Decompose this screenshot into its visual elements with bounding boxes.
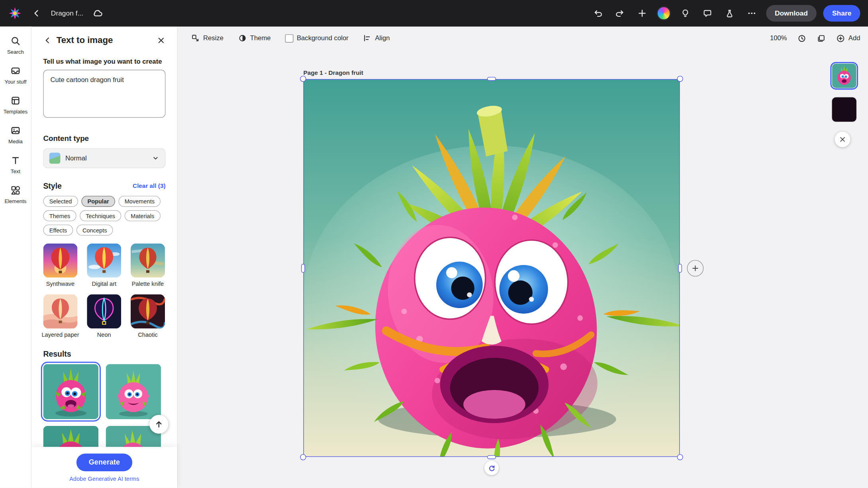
add-circle-icon bbox=[836, 33, 845, 43]
share-button[interactable]: Share bbox=[823, 5, 860, 22]
resize-tool[interactable]: Resize bbox=[191, 34, 223, 43]
top-bar: Dragon f... Download Share bbox=[0, 0, 868, 27]
sidebar-item-templates[interactable]: Templates bbox=[4, 95, 27, 115]
download-button[interactable]: Download bbox=[766, 5, 817, 22]
result-thumb-3[interactable] bbox=[43, 426, 98, 447]
content-type-value: Normal bbox=[65, 154, 147, 162]
style-thumb-digital-art[interactable]: Digital art bbox=[87, 243, 121, 294]
deselect-close-button[interactable] bbox=[835, 132, 850, 147]
panel-title: Text to image bbox=[57, 35, 152, 45]
canvas-area[interactable]: Resize Theme Background color Align 100% bbox=[178, 27, 868, 488]
document-title[interactable]: Dragon f... bbox=[51, 10, 83, 17]
sidebar-item-label: Text bbox=[11, 168, 20, 174]
sidebar-item-label: Templates bbox=[4, 108, 27, 114]
page-thumbnails bbox=[831, 62, 858, 123]
style-header-row: Style Clear all (3) bbox=[43, 182, 165, 190]
theme-tool[interactable]: Theme bbox=[238, 34, 270, 43]
redo-button[interactable] bbox=[612, 6, 627, 21]
style-section-label: Style bbox=[43, 182, 133, 190]
align-tool[interactable]: Align bbox=[363, 34, 390, 43]
chip-selected[interactable]: Selected bbox=[43, 196, 78, 207]
selection-handle-bottom[interactable] bbox=[487, 455, 496, 459]
prompt-label: Tell us what image you want to create bbox=[43, 58, 165, 65]
chip-movements[interactable]: Movements bbox=[118, 196, 161, 207]
sidebar-item-search[interactable]: Search bbox=[7, 35, 24, 55]
cloud-sync-icon[interactable] bbox=[90, 6, 106, 21]
ideas-lightbulb-icon[interactable] bbox=[677, 6, 693, 21]
panel-header: Text to image bbox=[43, 35, 165, 45]
generate-button[interactable]: Generate bbox=[76, 453, 132, 471]
result-thumb-2[interactable] bbox=[106, 364, 161, 419]
sidebar-item-label: Elements bbox=[4, 198, 26, 204]
panel-close-icon[interactable] bbox=[157, 36, 165, 45]
sidebar-item-elements[interactable]: Elements bbox=[4, 185, 26, 204]
selection-handle-left[interactable] bbox=[301, 264, 305, 272]
style-thumb-palette-knife[interactable]: Palette knife bbox=[131, 243, 165, 294]
left-rail: Search Your stuff Templates Media Text E… bbox=[0, 27, 31, 488]
panel-scroll-area[interactable]: Text to image Tell us what image you wan… bbox=[31, 27, 177, 447]
chip-effects[interactable]: Effects bbox=[43, 224, 73, 236]
selection-handle-top-right[interactable] bbox=[677, 76, 683, 82]
style-thumb-chaotic[interactable]: Chaotic bbox=[131, 294, 165, 345]
chip-materials[interactable]: Materials bbox=[125, 210, 161, 221]
zoom-level[interactable]: 100% bbox=[770, 34, 787, 42]
selection-handle-top-left[interactable] bbox=[300, 76, 306, 82]
chip-concepts[interactable]: Concepts bbox=[76, 224, 113, 236]
page-label[interactable]: Page 1 - Dragon fruit bbox=[304, 69, 363, 76]
sidebar-item-label: Search bbox=[7, 49, 24, 55]
style-filter-chips: Selected Popular Movements Themes Techni… bbox=[43, 196, 165, 236]
selection-handle-bottom-left[interactable] bbox=[300, 454, 306, 460]
plus-icon bbox=[691, 264, 699, 273]
selection-handle-right[interactable] bbox=[678, 264, 682, 272]
close-icon bbox=[839, 135, 846, 143]
adobe-express-logo-icon[interactable] bbox=[8, 6, 22, 20]
page-thumb-1[interactable] bbox=[831, 62, 858, 90]
media-image-icon bbox=[10, 125, 21, 136]
results-grid bbox=[43, 364, 165, 447]
add-page-tool[interactable]: Add bbox=[836, 33, 860, 43]
style-thumbnails-grid: Synthwave Digital art bbox=[43, 243, 165, 345]
beta-flask-icon[interactable] bbox=[721, 6, 737, 21]
scroll-to-top-button[interactable] bbox=[149, 415, 168, 433]
pages-layers-icon[interactable] bbox=[816, 33, 826, 43]
content-type-label: Content type bbox=[43, 135, 165, 143]
screenshot-viewport: Dragon f... Download Share bbox=[0, 0, 868, 488]
clear-all-link[interactable]: Clear all (3) bbox=[133, 183, 165, 189]
style-thumb-synthwave[interactable]: Synthwave bbox=[43, 243, 77, 294]
theme-icon bbox=[238, 34, 247, 43]
sidebar-item-text[interactable]: Text bbox=[10, 155, 21, 174]
generative-ai-terms-link[interactable]: Adobe Generative AI terms bbox=[69, 475, 139, 482]
chevron-down-icon bbox=[152, 154, 159, 162]
undo-button[interactable] bbox=[590, 6, 605, 21]
style-thumb-neon[interactable]: Neon bbox=[87, 294, 121, 345]
drawer-icon bbox=[10, 65, 21, 76]
more-options-icon[interactable] bbox=[744, 6, 759, 21]
content-type-dropdown[interactable]: Normal bbox=[43, 148, 165, 168]
panel-back-icon[interactable] bbox=[43, 36, 52, 45]
back-button[interactable] bbox=[29, 6, 44, 21]
chip-techniques[interactable]: Techniques bbox=[80, 210, 121, 221]
adobe-express-app: Dragon f... Download Share bbox=[0, 0, 868, 488]
user-avatar[interactable] bbox=[656, 6, 670, 20]
page-thumb-2[interactable] bbox=[831, 96, 858, 123]
background-color-tool[interactable]: Background color bbox=[285, 34, 349, 42]
comments-icon[interactable] bbox=[699, 6, 715, 21]
sidebar-item-your-stuff[interactable]: Your stuff bbox=[4, 65, 26, 85]
new-document-plus-button[interactable] bbox=[634, 6, 650, 21]
add-content-button[interactable] bbox=[687, 260, 704, 277]
style-thumb-layered-paper[interactable]: Layered paper bbox=[43, 294, 77, 345]
prompt-input[interactable]: Cute cartoon dragon fruit bbox=[43, 70, 165, 118]
selection-handle-top[interactable] bbox=[487, 77, 496, 81]
chip-popular[interactable]: Popular bbox=[81, 196, 115, 207]
chip-themes[interactable]: Themes bbox=[43, 210, 76, 221]
history-clock-icon[interactable] bbox=[797, 33, 807, 43]
sidebar-item-label: Media bbox=[8, 138, 23, 144]
generated-image[interactable] bbox=[304, 79, 680, 457]
rotate-handle-button[interactable] bbox=[484, 461, 499, 475]
selection-handle-bottom-right[interactable] bbox=[677, 454, 683, 460]
artboard[interactable] bbox=[304, 79, 680, 457]
search-icon bbox=[10, 35, 21, 47]
text-to-image-panel: Text to image Tell us what image you wan… bbox=[31, 27, 178, 488]
result-thumb-1[interactable] bbox=[43, 364, 98, 419]
sidebar-item-media[interactable]: Media bbox=[8, 125, 23, 144]
